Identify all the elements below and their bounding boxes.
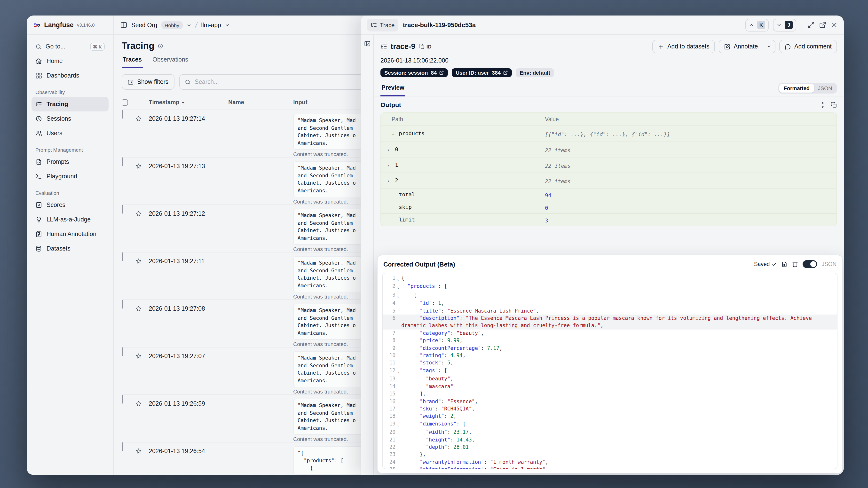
badge-label: User ID: user_384 (456, 70, 501, 75)
file-diff-icon[interactable] (781, 261, 788, 267)
external-icon (439, 70, 444, 75)
json-toggle[interactable] (803, 260, 817, 268)
percent-square-icon (35, 202, 42, 208)
sidebar-item-sessions[interactable]: Sessions (31, 112, 108, 126)
sidebar-item-home[interactable]: Home (31, 54, 108, 68)
row-checkbox[interactable] (122, 205, 123, 214)
sidebar-item-users[interactable]: Users (31, 126, 108, 141)
panel-left-icon[interactable] (120, 21, 127, 29)
sidebar-item-prompts[interactable]: Prompts (31, 155, 108, 169)
tab-observations[interactable]: Observations (151, 56, 189, 68)
trash-icon[interactable] (792, 261, 799, 267)
code-line: 17 "sku": "RCH45Q1A", (383, 405, 837, 413)
badge-session[interactable]: Session: session_84 (380, 68, 448, 77)
id-label: ID (427, 43, 432, 50)
format-json[interactable]: JSON (814, 84, 836, 93)
badge-user-id[interactable]: User ID: user_384 (452, 68, 512, 77)
goto-button[interactable]: Go to... ⌘ K (31, 39, 108, 54)
sidebar-item-llm-as-a-judge[interactable]: LLM-as-a-Judge (31, 212, 108, 227)
add-to-datasets-button[interactable]: Add to datasets (652, 40, 715, 53)
sidebar-item-scores[interactable]: Scores (31, 198, 108, 212)
star-icon (135, 400, 142, 407)
fold-toggle-icon[interactable]: ⌄ (396, 291, 401, 300)
select-all-checkbox[interactable] (122, 99, 128, 105)
nav-next-button[interactable]: J (773, 19, 796, 31)
output-value: 22 items (545, 147, 571, 153)
row-timestamp: 2026-01-13 19:27:14 (149, 110, 228, 122)
copy-id-button[interactable]: ID (419, 43, 432, 50)
fold-toggle-icon[interactable]: ⌄ (396, 367, 401, 375)
col-timestamp[interactable]: Timestamp▼ (149, 99, 228, 105)
fold-toggle-icon[interactable]: ⌄ (396, 274, 401, 283)
output-value: 22 items (545, 178, 571, 184)
output-row-limit[interactable]: limit3 (381, 213, 837, 226)
row-checkbox[interactable] (122, 395, 123, 404)
code-line: 7 "category": "beauty", (383, 330, 837, 337)
chevron-down-icon[interactable] (187, 23, 191, 27)
list-tree-icon (35, 101, 42, 108)
row-checkbox[interactable] (122, 157, 123, 166)
sidebar-item-tracing[interactable]: Tracing (31, 97, 108, 112)
sidebar-item-datasets[interactable]: Datasets (31, 241, 108, 256)
annotate-button[interactable]: Annotate (719, 40, 763, 53)
org-name[interactable]: Seed Org (131, 22, 157, 28)
row-checkbox[interactable] (122, 347, 123, 356)
corrected-output-editor[interactable]: 1⌄{2⌄ "products": [3⌄ {4 "id": 1,5 "titl… (382, 273, 837, 469)
row-checkbox[interactable] (122, 300, 123, 309)
trace-id-name: trace-bulk-119-950dc53a (403, 21, 476, 29)
output-row-total[interactable]: total94 (381, 188, 837, 201)
show-filters-button[interactable]: Show filters (122, 74, 174, 90)
chevron-right-icon[interactable]: › (388, 162, 392, 167)
sidebar-item-dashboards[interactable]: Dashboards (31, 68, 108, 83)
badge-env[interactable]: Env: default (516, 68, 554, 77)
output-row-0[interactable]: ›022 items (381, 142, 837, 157)
close-icon[interactable] (831, 21, 838, 29)
col-name[interactable]: Name (228, 99, 293, 105)
expand-icon[interactable] (807, 21, 815, 29)
row-checkbox[interactable] (122, 443, 123, 451)
line-number: 14 (383, 383, 401, 390)
sidebar-item-playground[interactable]: Playground (31, 169, 108, 184)
output-row-1[interactable]: ›122 items (381, 157, 837, 173)
output-row-products[interactable]: ⌄products[{"id": ...}, {"id": ...}, {"id… (381, 125, 837, 142)
row-checkbox[interactable] (122, 110, 123, 119)
output-path: skip (399, 204, 412, 210)
tab-traces[interactable]: Traces (122, 56, 143, 68)
line-number: 12⌄ (383, 367, 401, 375)
unfold-vertical-icon[interactable] (819, 102, 826, 108)
chevron-down-icon[interactable]: ⌄ (392, 131, 396, 136)
open-external-icon[interactable] (819, 21, 826, 29)
copy-icon (419, 43, 425, 50)
line-number: 19⌄ (383, 420, 401, 428)
format-toggle[interactable]: Formatted JSON (778, 83, 837, 94)
search-icon (184, 79, 191, 85)
peek-header: Trace trace-bulk-119-950dc53a K J (361, 16, 844, 35)
code-line: 6 "description": "The Essence Mascara La… (383, 314, 837, 330)
copy-icon[interactable] (831, 102, 837, 108)
star-icon (135, 210, 142, 217)
sidebar-item-human-annotation[interactable]: Human Annotation (31, 227, 108, 241)
output-row-2[interactable]: ›222 items (381, 173, 837, 188)
output-path: 2 (395, 177, 398, 184)
chevron-right-icon[interactable]: › (388, 147, 392, 152)
fold-toggle-icon[interactable]: ⌄ (396, 420, 401, 428)
nav-previous-button[interactable]: K (745, 19, 769, 31)
code-line: 16 "brand": "Essence", (383, 398, 837, 405)
search-placeholder: Search... (194, 79, 219, 85)
code-line: 9 "discountPercentage": 7.17, (383, 344, 837, 352)
tab-preview[interactable]: Preview (380, 84, 405, 96)
terminal-icon (35, 173, 42, 180)
format-formatted[interactable]: Formatted (779, 84, 814, 93)
chevron-right-icon[interactable]: › (388, 178, 392, 183)
annotate-dropdown-button[interactable] (763, 40, 775, 53)
add-comment-button[interactable]: Add comment (779, 40, 837, 53)
output-table-header: Path Value (381, 113, 837, 125)
trace-breadcrumb-chip[interactable]: Trace (367, 19, 398, 31)
message-icon (785, 43, 791, 50)
row-checkbox[interactable] (122, 252, 123, 261)
panel-open-icon[interactable] (364, 40, 371, 47)
project-name[interactable]: llm-app (201, 22, 221, 28)
chevron-down-icon[interactable] (225, 23, 230, 27)
fold-toggle-icon[interactable]: ⌄ (396, 283, 401, 291)
output-row-skip[interactable]: skip0 (381, 201, 837, 213)
